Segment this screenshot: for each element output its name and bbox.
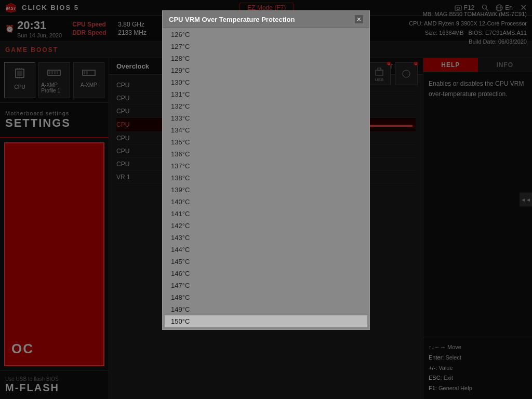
modal-list-item[interactable]: 126°C xyxy=(165,30,367,41)
modal-list-item[interactable]: 145°C xyxy=(165,256,367,268)
modal-list-item[interactable]: 137°C xyxy=(165,160,367,172)
modal-list-item[interactable]: 128°C xyxy=(165,52,367,64)
modal-list-item[interactable]: 148°C xyxy=(165,291,367,303)
modal-list[interactable]: 123°C124°C125°C126°C127°C128°C129°C130°C… xyxy=(165,30,367,327)
modal-close-button[interactable]: × xyxy=(355,15,363,23)
modal-title: CPU VRM Over Temperature Protection xyxy=(169,16,295,23)
modal-list-item[interactable]: 130°C xyxy=(165,76,367,88)
modal-list-item[interactable]: 136°C xyxy=(165,148,367,160)
modal-header: CPU VRM Over Temperature Protection × xyxy=(163,11,369,28)
modal-list-item[interactable]: 133°C xyxy=(165,112,367,124)
modal-list-item[interactable]: 146°C xyxy=(165,268,367,280)
modal-list-item[interactable]: 150°C xyxy=(165,315,367,327)
modal-list-item[interactable]: 127°C xyxy=(165,41,367,52)
modal-list-item[interactable]: 132°C xyxy=(165,100,367,112)
modal-list-item[interactable]: 144°C xyxy=(165,244,367,256)
modal-list-item[interactable]: 147°C xyxy=(165,280,367,291)
modal-list-item[interactable]: 139°C xyxy=(165,184,367,196)
modal-list-item[interactable]: 131°C xyxy=(165,88,367,100)
modal-list-item[interactable]: 135°C xyxy=(165,136,367,148)
modal-list-item[interactable]: 140°C xyxy=(165,196,367,208)
modal-list-item[interactable]: 143°C xyxy=(165,232,367,244)
modal-list-item[interactable]: 141°C xyxy=(165,208,367,220)
modal-list-item[interactable]: 129°C xyxy=(165,64,367,76)
modal-list-item[interactable]: 149°C xyxy=(165,303,367,315)
modal-dialog: CPU VRM Over Temperature Protection × 12… xyxy=(162,10,370,330)
modal-list-item[interactable]: 142°C xyxy=(165,220,367,232)
modal-overlay: CPU VRM Over Temperature Protection × 12… xyxy=(0,0,532,399)
modal-list-item[interactable]: 138°C xyxy=(165,172,367,184)
modal-list-container: 123°C124°C125°C126°C127°C128°C129°C130°C… xyxy=(163,28,369,329)
modal-list-item[interactable]: 134°C xyxy=(165,124,367,136)
